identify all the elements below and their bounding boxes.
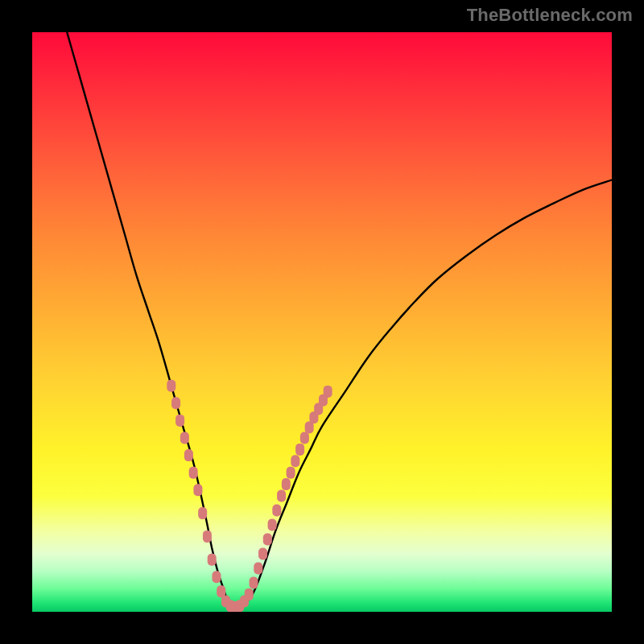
highlight-dot: [180, 432, 189, 444]
highlight-dot: [198, 507, 207, 519]
markers-layer: [32, 32, 612, 612]
highlight-dots: [167, 380, 332, 612]
highlight-dot: [282, 478, 291, 490]
highlight-dot: [268, 519, 277, 531]
watermark-text: TheBottleneck.com: [467, 5, 633, 26]
highlight-dot: [171, 397, 180, 409]
highlight-dot: [277, 490, 286, 502]
highlight-dot: [254, 563, 262, 575]
highlight-dot: [184, 449, 193, 461]
highlight-dot: [300, 432, 309, 444]
highlight-dot: [250, 577, 258, 589]
highlight-dot: [287, 467, 295, 479]
highlight-dot: [203, 530, 212, 543]
highlight-dot: [167, 380, 175, 392]
chart-frame: TheBottleneck.com: [0, 0, 644, 644]
highlight-dot: [295, 444, 304, 456]
highlight-dot: [258, 548, 267, 560]
highlight-dot: [263, 534, 272, 546]
highlight-dot: [175, 415, 184, 427]
highlight-dot: [245, 588, 254, 601]
highlight-dot: [212, 571, 221, 583]
highlight-dot: [324, 386, 332, 398]
highlight-dot: [272, 505, 281, 517]
highlight-dot: [291, 455, 299, 467]
highlight-dot: [193, 484, 202, 496]
highlight-dot: [208, 554, 217, 566]
plot-area: [32, 32, 612, 612]
highlight-dot: [189, 467, 198, 479]
